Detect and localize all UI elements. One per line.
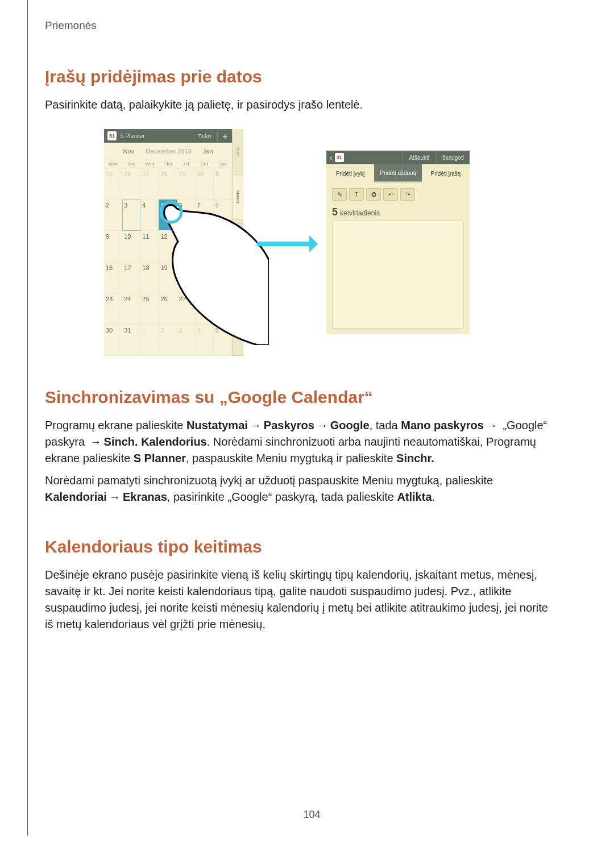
page-number: 104 bbox=[28, 809, 596, 821]
calendar-day-18[interactable]: 18 bbox=[140, 262, 159, 293]
calendar-day-7[interactable]: 7 bbox=[196, 200, 214, 231]
calendar-day-2[interactable]: 2 bbox=[159, 325, 177, 356]
calendar-day-12[interactable]: 12 bbox=[159, 231, 177, 262]
transition-arrow-icon bbox=[254, 242, 316, 246]
save-button[interactable]: Išsaugoti bbox=[435, 151, 470, 164]
calendar-day-17[interactable]: 17 bbox=[122, 262, 140, 293]
back-chevron-icon[interactable]: ‹ bbox=[326, 153, 335, 162]
calendar-day-27[interactable]: 27 bbox=[177, 293, 196, 325]
calendar-small-icon: 31 bbox=[335, 153, 344, 162]
view-tab-week[interactable]: Week bbox=[233, 220, 243, 265]
calendar-day-25[interactable]: 25 bbox=[140, 293, 159, 325]
calendar-grid[interactable]: 2526272829301234567891011121314151617181… bbox=[104, 168, 232, 356]
calendar-day-1[interactable]: 1 bbox=[214, 168, 232, 200]
entry-date: 5ketvirtadienis bbox=[332, 206, 464, 218]
view-tab-year[interactable]: Year bbox=[233, 129, 243, 175]
mock-calendar-month: 31 S Planner Today + Nov December 2013 J… bbox=[104, 129, 243, 356]
calendar-day-15[interactable]: 15 bbox=[214, 231, 232, 262]
para-s1p1: Pasirinkite datą, palaikykite ją palietę… bbox=[45, 97, 556, 113]
calendar-day-23[interactable]: 23 bbox=[104, 293, 122, 325]
calendar-day-21[interactable]: 21 bbox=[196, 262, 214, 293]
calendar-day-27[interactable]: 27 bbox=[140, 168, 159, 200]
calendar-day-13[interactable]: 13 bbox=[177, 231, 196, 262]
note-toolbar: ✎ T ✪ ↶ ↷ bbox=[332, 188, 464, 201]
today-button[interactable]: Today bbox=[198, 133, 217, 139]
calendar-topbar: 31 S Planner Today + bbox=[104, 129, 232, 143]
calendar-day-8[interactable]: 8 bbox=[214, 200, 232, 231]
para-s2p1: Programų ekrane palieskite Nustatymai→Pa… bbox=[45, 417, 556, 467]
view-tab-task[interactable]: Task bbox=[233, 310, 243, 356]
calendar-day-4[interactable]: 4 bbox=[196, 325, 214, 356]
next-month[interactable]: Jan bbox=[203, 148, 213, 155]
mock-add-entry: ‹ 31 Atšaukti Išsaugoti Pridėti įvykį Pr… bbox=[326, 151, 470, 334]
entry-day-number: 5 bbox=[332, 206, 338, 218]
tool-pen-icon[interactable]: ✎ bbox=[332, 188, 347, 201]
view-tab-list[interactable]: List bbox=[233, 265, 243, 310]
calendar-day-9[interactable]: 9 bbox=[104, 231, 122, 262]
view-tab-month[interactable]: Month bbox=[233, 175, 243, 220]
tool-undo-icon[interactable]: ↶ bbox=[383, 188, 398, 201]
figure-row: 31 S Planner Today + Nov December 2013 J… bbox=[104, 129, 556, 356]
calendar-day-6[interactable]: 6 bbox=[177, 200, 196, 231]
calendar-app-icon: 31 bbox=[107, 131, 117, 140]
calendar-day-1[interactable]: 1 bbox=[140, 325, 159, 356]
calendar-day-16[interactable]: 16 bbox=[104, 262, 122, 293]
calendar-day-22[interactable]: 22 bbox=[214, 262, 232, 293]
tab-add-event[interactable]: Pridėti įvykį bbox=[326, 164, 374, 182]
heading-sync-google: Sinchronizavimas su „Google Calendar“ bbox=[45, 388, 556, 407]
calendar-day-30[interactable]: 30 bbox=[196, 168, 214, 200]
calendar-day-31[interactable]: 31 bbox=[122, 325, 140, 356]
tool-eraser-icon[interactable]: ✪ bbox=[366, 188, 381, 201]
calendar-day-20[interactable]: 20 bbox=[177, 262, 196, 293]
para-s2p2: Norėdami pamatyti sinchronizuotą įvykį a… bbox=[45, 472, 556, 505]
current-year: 2013 bbox=[176, 148, 192, 155]
calendar-day-3[interactable]: 3 bbox=[122, 200, 140, 231]
add-event-button[interactable]: + bbox=[217, 131, 232, 141]
calendar-day-5[interactable]: 5 bbox=[159, 200, 177, 231]
calendar-day-24[interactable]: 24 bbox=[122, 293, 140, 325]
calendar-day-29[interactable]: 29 bbox=[214, 293, 232, 325]
heading-change-cal-type: Kalendoriaus tipo keitimas bbox=[45, 537, 556, 556]
calendar-day-28[interactable]: 28 bbox=[159, 168, 177, 200]
entry-weekday: ketvirtadienis bbox=[340, 209, 380, 217]
note-canvas[interactable] bbox=[332, 221, 464, 329]
prev-month[interactable]: Nov bbox=[123, 148, 134, 155]
calendar-app-title: S Planner bbox=[120, 133, 198, 139]
calendar-day-5[interactable]: 5 bbox=[214, 325, 232, 356]
weekday-header: MonTueWedThuFriSatSun bbox=[104, 160, 232, 168]
calendar-day-25[interactable]: 25 bbox=[104, 168, 122, 200]
tool-redo-icon[interactable]: ↷ bbox=[400, 188, 415, 201]
calendar-day-29[interactable]: 29 bbox=[177, 168, 196, 200]
calendar-day-26[interactable]: 26 bbox=[122, 168, 140, 200]
calendar-day-19[interactable]: 19 bbox=[159, 262, 177, 293]
calendar-day-30[interactable]: 30 bbox=[104, 325, 122, 356]
month-switcher[interactable]: Nov December 2013 Jan bbox=[104, 143, 232, 160]
calendar-day-14[interactable]: 14 bbox=[196, 231, 214, 262]
view-switcher-sidebar: Year Month Week List Task bbox=[232, 129, 243, 356]
calendar-day-10[interactable]: 10 bbox=[122, 231, 140, 262]
calendar-day-3[interactable]: 3 bbox=[177, 325, 196, 356]
add-entry-topbar: ‹ 31 Atšaukti Išsaugoti bbox=[326, 151, 470, 164]
para-s3p1: Dešinėje ekrano pusėje pasirinkite vieną… bbox=[45, 567, 556, 633]
calendar-day-11[interactable]: 11 bbox=[140, 231, 159, 262]
calendar-day-2[interactable]: 2 bbox=[104, 200, 122, 231]
calendar-day-28[interactable]: 28 bbox=[196, 293, 214, 325]
tool-text-icon[interactable]: T bbox=[349, 188, 364, 201]
heading-add-entries: Įrašų pridėjimas prie datos bbox=[45, 67, 556, 86]
tab-add-task[interactable]: Pridėti užduotį bbox=[374, 164, 422, 182]
calendar-day-4[interactable]: 4 bbox=[140, 200, 159, 231]
tab-add-memo[interactable]: Pridėti įrašą bbox=[422, 164, 470, 182]
calendar-day-26[interactable]: 26 bbox=[159, 293, 177, 325]
add-entry-tabs: Pridėti įvykį Pridėti užduotį Pridėti įr… bbox=[326, 164, 470, 182]
cancel-button[interactable]: Atšaukti bbox=[403, 151, 435, 164]
current-month: December bbox=[146, 148, 176, 155]
page-header: Priemonės bbox=[45, 19, 556, 32]
